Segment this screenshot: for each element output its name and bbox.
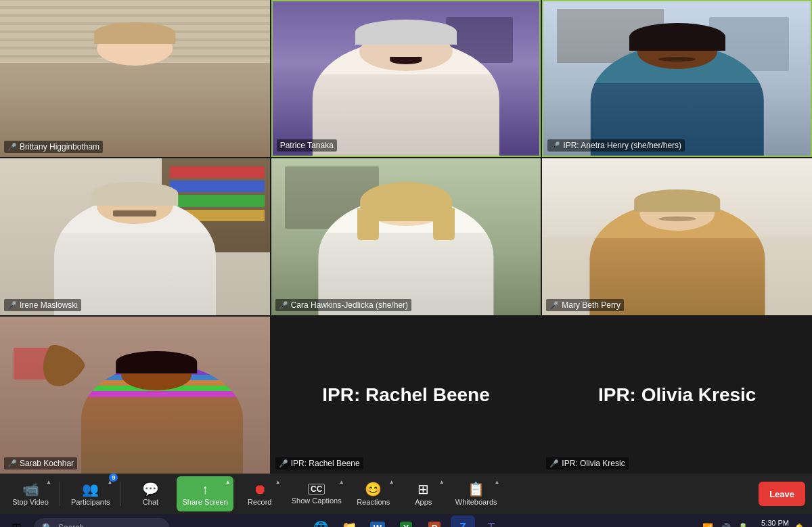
show-captions-button[interactable]: ▲ CC Show Captions bbox=[286, 476, 347, 511]
taskbar-clock[interactable]: 5:30 PM 4/12/2023 bbox=[756, 518, 789, 527]
stop-video-caret: ▲ bbox=[46, 479, 51, 485]
notification-icon[interactable]: 🔔 bbox=[792, 523, 807, 528]
explorer-icon: 📁 bbox=[342, 520, 357, 527]
whiteboards-caret: ▲ bbox=[495, 479, 500, 485]
taskbar-app-explorer[interactable]: 📁 bbox=[337, 515, 361, 527]
namecard-olivia: IPR: Olivia Kresic bbox=[585, 371, 769, 419]
record-button[interactable]: ▲ ⏺ Record bbox=[236, 476, 284, 511]
start-menu-button[interactable]: ⊞ bbox=[5, 517, 27, 527]
captions-label: Show Captions bbox=[292, 497, 342, 505]
taskbar-app-teams[interactable]: T bbox=[479, 515, 503, 527]
reactions-label: Reactions bbox=[357, 498, 390, 506]
stop-video-icon: 📹 bbox=[22, 482, 39, 496]
video-tile-9: IPR: Olivia Kresic 🎤 IPR: Olivia Kresic bbox=[542, 317, 812, 474]
captions-caret: ▲ bbox=[339, 479, 344, 485]
participant-name-6: 🎤 Mary Beth Perry bbox=[546, 299, 624, 311]
search-input[interactable] bbox=[58, 523, 153, 527]
whiteboards-button[interactable]: ▲ 📋 Whiteboards bbox=[450, 476, 503, 511]
whiteboards-label: Whiteboards bbox=[455, 498, 497, 506]
participant-name-1: 🎤 Brittany Higginbotham bbox=[4, 141, 103, 153]
share-screen-caret: ▲ bbox=[225, 479, 231, 485]
chat-button[interactable]: 💬 Chat bbox=[127, 476, 174, 511]
video-tile-8: IPR: Rachel Beene 🎤 IPR: Rachel Beene bbox=[271, 317, 541, 474]
stop-video-button[interactable]: ▲ 📹 Stop Video bbox=[7, 476, 54, 511]
reactions-caret: ▲ bbox=[389, 479, 394, 485]
participants-button[interactable]: ▲ 👥 9 Participants bbox=[66, 476, 115, 511]
leave-button[interactable]: Leave bbox=[759, 482, 805, 506]
participant-name-7: 🎤 Sarab Kochhar bbox=[4, 457, 77, 469]
video-tile-3: 🎤 IPR: Anetra Henry (she/her/hers) bbox=[542, 0, 812, 157]
taskbar-app-word[interactable]: W bbox=[365, 515, 390, 527]
chat-icon: 💬 bbox=[142, 482, 159, 496]
toolbar-end: Leave bbox=[759, 482, 805, 506]
taskbar-app-zoom[interactable]: Z bbox=[451, 515, 475, 527]
apps-label: Apps bbox=[415, 498, 432, 506]
video-grid: 🎤 Brittany Higginbotham Patrice Tanaka bbox=[0, 0, 812, 474]
zoom-icon: Z bbox=[459, 522, 466, 527]
taskbar-start: ⊞ 🔍 bbox=[5, 517, 169, 527]
volume-icon[interactable]: 🔊 bbox=[718, 523, 733, 528]
taskbar-right: 📶 🔊 🔋 5:30 PM 4/12/2023 🔔 bbox=[700, 518, 807, 527]
network-icon[interactable]: 📶 bbox=[700, 523, 715, 528]
taskbar-time-display: 5:30 PM bbox=[756, 518, 789, 527]
participant-name-9: 🎤 IPR: Olivia Kresic bbox=[546, 457, 628, 469]
participant-name-2: Patrice Tanaka bbox=[277, 139, 337, 152]
taskbar-app-edge[interactable]: 🌐 bbox=[309, 515, 333, 527]
word-icon: W bbox=[370, 522, 385, 528]
video-tile-6: 🎤 Mary Beth Perry bbox=[542, 158, 812, 315]
participants-icon: 👥 bbox=[82, 482, 99, 496]
teams-icon: T bbox=[488, 521, 495, 528]
video-tile-1: 🎤 Brittany Higginbotham bbox=[0, 0, 270, 157]
search-bar[interactable]: 🔍 bbox=[34, 518, 169, 527]
record-icon: ⏺ bbox=[253, 482, 267, 496]
participants-label: Participants bbox=[71, 498, 110, 506]
participant-name-4: 🎤 Irene Maslowski bbox=[4, 299, 81, 311]
reactions-button[interactable]: ▲ 😊 Reactions bbox=[350, 476, 397, 511]
apps-caret: ▲ bbox=[439, 479, 445, 485]
video-tile-2: Patrice Tanaka bbox=[271, 0, 541, 157]
share-screen-label: Share Screen bbox=[182, 498, 227, 506]
taskbar-app-excel[interactable]: X bbox=[394, 515, 418, 527]
namecard-rachel: IPR: Rachel Beene bbox=[309, 371, 503, 419]
participant-count-badge: 9 bbox=[109, 474, 118, 482]
reactions-icon: 😊 bbox=[365, 482, 382, 496]
excel-icon: X bbox=[400, 522, 413, 528]
apps-icon: ⊞ bbox=[418, 482, 429, 496]
taskbar-app-ppt[interactable]: P bbox=[422, 515, 447, 527]
participant-name-3: 🎤 IPR: Anetra Henry (she/her/hers) bbox=[547, 139, 685, 152]
apps-button[interactable]: ▲ ⊞ Apps bbox=[400, 476, 447, 511]
share-screen-icon: ↑ bbox=[202, 482, 208, 496]
participant-name-5: 🎤 Cara Hawkins-Jedlicka (she/her) bbox=[275, 299, 411, 311]
windows-taskbar: ⊞ 🔍 🌐 📁 W X P Z T 📶 🔊 🔋 bbox=[0, 514, 812, 527]
record-caret: ▲ bbox=[275, 479, 281, 485]
video-tile-7: 🎤 Sarab Kochhar bbox=[0, 317, 270, 474]
zoom-toolbar: ▲ 📹 Stop Video ▲ 👥 9 Participants 💬 Chat… bbox=[0, 474, 812, 514]
ppt-icon: P bbox=[428, 522, 441, 528]
toolbar-sep-1 bbox=[60, 482, 60, 506]
taskbar-apps: 🌐 📁 W X P Z T bbox=[309, 515, 503, 527]
windows-logo-icon: ⊞ bbox=[12, 520, 22, 527]
search-icon: 🔍 bbox=[42, 523, 53, 528]
stop-video-label: Stop Video bbox=[12, 498, 49, 506]
toolbar-sep-2 bbox=[120, 482, 121, 506]
captions-icon: CC bbox=[308, 484, 325, 495]
chat-label: Chat bbox=[143, 498, 158, 506]
record-label: Record bbox=[248, 498, 271, 506]
edge-icon: 🌐 bbox=[313, 520, 328, 527]
battery-icon[interactable]: 🔋 bbox=[736, 523, 750, 528]
whiteboards-icon: 📋 bbox=[468, 482, 484, 496]
participant-name-8: 🎤 IPR: Rachel Beene bbox=[275, 457, 363, 469]
share-screen-button[interactable]: ▲ ↑ Share Screen bbox=[177, 476, 233, 511]
video-tile-4: 🎤 Irene Maslowski bbox=[0, 158, 270, 315]
video-tile-5: 🎤 Cara Hawkins-Jedlicka (she/her) bbox=[271, 158, 541, 315]
